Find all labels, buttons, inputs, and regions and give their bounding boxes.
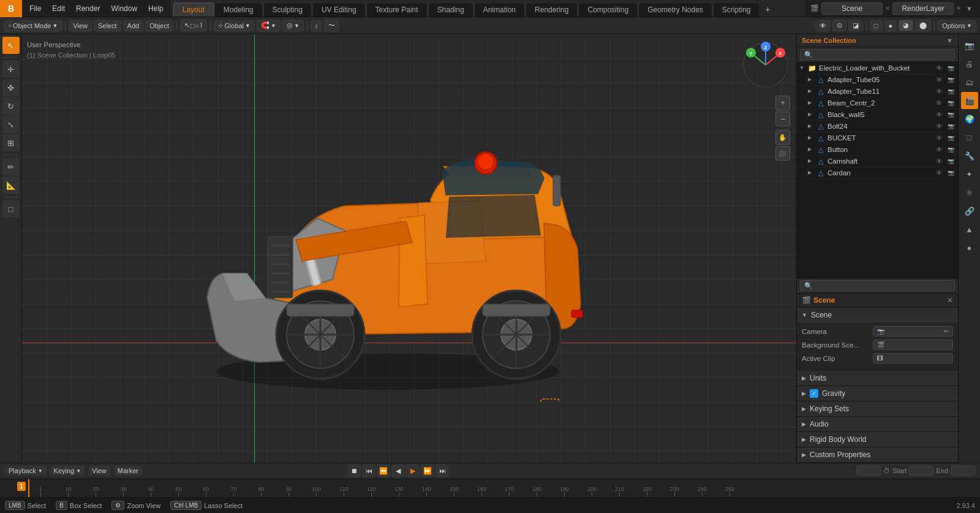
timeline-ruler[interactable]: 1 1 10 20 30 40 50 60 70 80 90 100 110 1…: [0, 479, 980, 497]
scene-props-close[interactable]: ✕: [947, 296, 953, 305]
tab-texture-paint[interactable]: Texture Paint: [366, 2, 428, 17]
outliner-item-2[interactable]: ▶ △ Beam_Centr_2 👁 📷: [797, 97, 958, 109]
end-frame-input[interactable]: 250: [951, 466, 975, 476]
keying-sets-header[interactable]: ▶ Keying Sets: [797, 401, 958, 416]
output-props-btn[interactable]: 🖨: [961, 55, 978, 72]
outliner-item-4[interactable]: ▶ △ Bolt24 👁 📷: [797, 121, 958, 132]
tab-sculpting[interactable]: Sculpting: [263, 2, 312, 17]
custom-props-header[interactable]: ▶ Custom Properties: [797, 447, 958, 462]
gravity-section-header[interactable]: ▶ ✓ Gravity: [797, 386, 958, 401]
stop-btn[interactable]: ⏹: [347, 464, 361, 477]
audio-header[interactable]: ▶ Audio: [797, 417, 958, 431]
view-layer-props-btn[interactable]: 🗂: [961, 74, 978, 91]
eye-icon-8[interactable]: 👁: [935, 158, 944, 165]
zoom-in-btn[interactable]: +: [775, 96, 790, 110]
pan-btn[interactable]: ✋: [775, 130, 790, 145]
current-frame-input[interactable]: 1: [856, 466, 881, 476]
jump-end-btn[interactable]: ⏭: [435, 464, 449, 477]
units-section-header[interactable]: ▶ Units: [797, 371, 958, 386]
eye-icon-6[interactable]: 👁: [935, 134, 944, 142]
curve-tool[interactable]: 〜: [324, 19, 339, 32]
modifier-props-btn[interactable]: 🔧: [961, 147, 978, 164]
scene-section-header[interactable]: ▼ Scene: [797, 308, 958, 322]
shading-wire[interactable]: □: [870, 20, 883, 31]
viewport-gizmo-toggle[interactable]: 👁: [815, 20, 831, 31]
add-workspace-button[interactable]: +: [761, 2, 775, 17]
overlay-toggle[interactable]: ⊙: [832, 20, 846, 31]
add-object-btn[interactable]: □: [2, 200, 20, 218]
start-frame-input[interactable]: 1: [909, 466, 933, 476]
jump-start-btn[interactable]: ⏮: [362, 464, 375, 477]
play-back-btn[interactable]: ◀: [391, 464, 405, 477]
outliner-item-0[interactable]: ▶ △ Adapter_Tube05 👁 📷: [797, 74, 958, 86]
eye-icon-0[interactable]: 👁: [935, 64, 944, 72]
viewport[interactable]: Z X Y + − ✋ 🎥 User Perspective (1) Scene…: [22, 34, 796, 463]
proportional-edit[interactable]: ◎ ▼: [282, 20, 304, 31]
step-fwd-btn[interactable]: ⏩: [421, 464, 434, 477]
measure-tool-btn[interactable]: 📐: [2, 177, 20, 194]
menu-render[interactable]: Render: [71, 3, 105, 14]
tab-animation[interactable]: Animation: [474, 2, 525, 17]
transform-tool-btn[interactable]: ⊞: [2, 134, 20, 151]
xray-toggle[interactable]: ◪: [848, 20, 863, 31]
constraints-btn[interactable]: 🔗: [961, 202, 978, 219]
add-menu[interactable]: Add: [123, 20, 144, 31]
render-icon-7[interactable]: 📷: [946, 146, 956, 153]
zoom-out-btn[interactable]: −: [775, 112, 790, 126]
eye-icon-9[interactable]: 👁: [935, 169, 944, 177]
view-menu[interactable]: View: [69, 20, 92, 31]
eye-icon-3[interactable]: 👁: [935, 99, 944, 107]
menu-edit[interactable]: Edit: [47, 3, 70, 14]
tab-scripting[interactable]: Scripting: [713, 2, 760, 17]
eye-icon-4[interactable]: 👁: [935, 111, 944, 118]
render-icon-4[interactable]: 📷: [946, 112, 956, 118]
render-icon-2[interactable]: 📷: [946, 88, 956, 94]
move-tool-toggle[interactable]: ↕: [311, 20, 323, 31]
eye-icon-7[interactable]: 👁: [935, 146, 944, 153]
physics-btn[interactable]: ⚛: [961, 184, 978, 201]
render-icon-5[interactable]: 📷: [946, 123, 956, 129]
menu-help[interactable]: Help: [143, 3, 168, 14]
navigation-gizmo[interactable]: Z X Y: [741, 40, 790, 89]
view-menu-timeline[interactable]: View: [88, 466, 110, 476]
rigid-body-header[interactable]: ▶ Rigid Body World: [797, 432, 958, 447]
step-back-btn[interactable]: ⏪: [377, 464, 390, 477]
eye-icon-2[interactable]: 👁: [935, 88, 944, 95]
outliner-filter-btn[interactable]: ▼: [946, 37, 953, 44]
outliner-item-5[interactable]: ▶ △ BUCKET 👁 📷: [797, 132, 958, 144]
eye-icon-1[interactable]: 👁: [935, 76, 944, 83]
render-icon-8[interactable]: 📷: [946, 158, 956, 164]
mode-selector[interactable]: ○ Object Mode ▼: [4, 20, 62, 31]
select-menu[interactable]: Select: [94, 20, 121, 31]
cursor-tool-btn[interactable]: ✛: [2, 61, 20, 78]
background-value[interactable]: 🎬: [873, 340, 953, 350]
shading-material[interactable]: ◕: [899, 20, 913, 31]
shading-solid[interactable]: ●: [884, 20, 897, 31]
camera-value[interactable]: 📷 ✏: [873, 326, 953, 336]
options-button[interactable]: Options ▼: [938, 20, 976, 31]
render-props-btn[interactable]: 📷: [961, 37, 978, 54]
outliner-item-3[interactable]: ▶ △ Black_wall5 👁 📷: [797, 109, 958, 121]
annotate-tool-btn[interactable]: ✏: [2, 158, 20, 175]
active-clip-value[interactable]: 🎞: [873, 353, 953, 363]
outliner-search-input[interactable]: [800, 49, 955, 60]
tab-compositing[interactable]: Compositing: [578, 2, 638, 17]
scale-tool-btn[interactable]: ⤡: [2, 116, 20, 133]
move-tool-btn[interactable]: ✜: [2, 79, 20, 96]
outliner-item-8[interactable]: ▶ △ Cardan 👁 📷: [797, 167, 958, 179]
filter-icon[interactable]: ▼: [963, 5, 975, 12]
object-props-btn[interactable]: □: [961, 129, 978, 146]
eye-icon-5[interactable]: 👁: [935, 123, 944, 130]
scene-props-btn[interactable]: 🎬: [961, 92, 978, 109]
tab-geometry-nodes[interactable]: Geometry Nodes: [638, 2, 712, 17]
material-props-btn[interactable]: ●: [961, 239, 978, 256]
tab-uv-editing[interactable]: UV Editing: [312, 2, 366, 17]
render-icon-0[interactable]: 📷: [946, 65, 956, 71]
play-fwd-btn[interactable]: ▶: [406, 464, 420, 477]
outliner-item-collection[interactable]: ▼ 📁 Electric_Loader_with_Bucket 👁 📷: [797, 63, 958, 74]
render-layer-selector[interactable]: RenderLayer: [892, 2, 954, 15]
object-menu[interactable]: Object: [145, 20, 173, 31]
tab-shading[interactable]: Shading: [428, 2, 473, 17]
marker-menu[interactable]: Marker: [114, 466, 142, 476]
scene-selector[interactable]: Scene: [821, 2, 883, 15]
